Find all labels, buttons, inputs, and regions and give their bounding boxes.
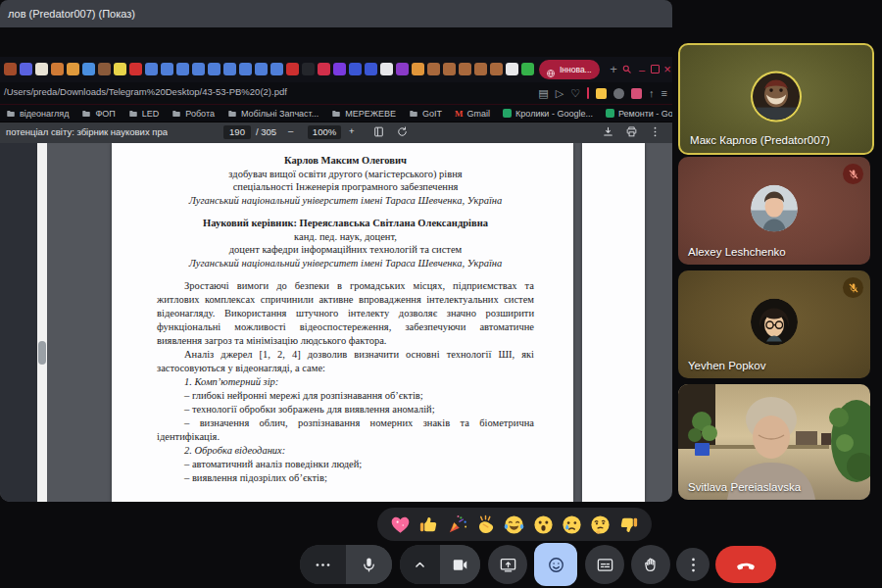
tab-favicon[interactable] [459,63,471,75]
tab-favicon[interactable] [4,63,17,75]
bookmark-item[interactable]: LED [128,109,160,119]
active-tab[interactable]: Іннова... [539,60,600,79]
participant-tile[interactable]: Макс Карлов (Predator007) [678,43,874,155]
tab-favicon[interactable] [35,63,48,75]
party-popper-reaction[interactable] [446,514,468,536]
participant-tile[interactable]: Svitlava Pereiaslavska [678,384,870,500]
pinned-tabs [4,63,534,75]
surprised-face-reaction[interactable] [532,514,555,536]
tab-favicon[interactable] [318,63,330,75]
pdf-viewer[interactable]: Карлов Максим Олеговичздобувач вищої осв… [0,143,672,502]
tab-favicon[interactable] [161,63,173,75]
tab-favicon[interactable] [239,63,252,75]
tab-favicon[interactable] [255,63,268,75]
tab-favicon[interactable] [208,63,220,75]
fit-page-icon[interactable] [372,125,386,139]
video-options-and-cam-icon[interactable] [440,545,480,584]
present-screen-button[interactable] [488,545,527,584]
sparkling-heart-reaction[interactable] [389,514,412,536]
tab-favicon[interactable] [98,63,111,75]
tab-favicon[interactable] [192,63,205,75]
tab-favicon[interactable] [114,63,126,75]
minimize-button[interactable]: – [635,61,649,78]
audio-options-and-mic-icon[interactable] [346,545,392,584]
extension-icon[interactable] [596,88,607,99]
thumbs-up-reaction[interactable] [417,514,440,536]
tab-favicon[interactable] [270,63,283,75]
address-action-icon[interactable]: ↑ [649,85,655,101]
address-action-icon[interactable]: ▷ [556,85,564,101]
bookmark-item[interactable]: MGmail [455,109,490,119]
thumbs-down-reaction[interactable] [617,514,640,536]
tab-favicon[interactable] [396,63,409,75]
more-options-button[interactable] [676,548,710,581]
print-icon[interactable] [625,125,639,139]
tab-favicon[interactable] [443,63,456,75]
address-bar[interactable]: /Users/preda/Downloads/Telegram%20Deskto… [0,82,672,105]
tab-favicon[interactable] [521,63,534,75]
tab-favicon[interactable] [333,63,346,75]
tab-favicon[interactable] [286,63,299,75]
raise-hand-button[interactable] [631,545,670,584]
bookmark-item[interactable]: Мобільні Запчаст... [227,109,318,119]
zoom-out-button[interactable]: – [288,125,293,136]
zoom-in-button[interactable]: + [349,125,355,136]
tab-favicon[interactable] [20,63,32,75]
panel-scrollbar-thumb[interactable] [38,341,46,365]
tab-favicon[interactable] [82,63,95,75]
extension-icon[interactable] [613,88,624,99]
close-button[interactable]: × [661,61,672,78]
thinking-face-reaction[interactable] [589,514,612,536]
tab-favicon[interactable] [506,63,518,75]
video-options-and-cam-button[interactable] [400,545,480,584]
participant-tile[interactable]: Alexey Leshchenko [678,157,870,265]
address-action-icon[interactable]: ♡ [570,85,580,101]
clapping-hands-reaction[interactable] [474,514,497,536]
rotate-icon[interactable] [396,125,410,139]
end-call-button[interactable] [715,546,776,583]
face-tears-of-joy-reaction[interactable] [503,514,525,536]
extension-icon[interactable] [631,88,642,99]
download-icon[interactable] [602,125,615,139]
bookmark-item[interactable]: МЕРЕЖЕВЕ [331,109,396,119]
bookmark-item[interactable]: Кролики - Google... [503,109,593,119]
crying-face-reaction[interactable] [561,514,583,536]
pdf-menu-icon[interactable] [649,125,662,139]
tab-favicon[interactable] [145,63,158,75]
options-audio-options-and-mic-icon[interactable] [300,545,346,584]
bookmark-item[interactable]: Ремонти - Google... [606,109,672,119]
bookmark-item[interactable]: GoIT [409,109,442,119]
address-separator [587,87,589,99]
shared-screen-tile[interactable]: лов (Predator007) (Показ) Іннова... + – … [0,0,672,502]
zoom-level[interactable]: 100% [308,125,341,139]
tab-favicon[interactable] [302,63,315,75]
tab-favicon[interactable] [223,63,236,75]
panel-scrollbar[interactable] [37,143,47,502]
tab-favicon[interactable] [365,63,377,75]
tab-favicon[interactable] [427,63,440,75]
tab-favicon[interactable] [380,63,393,75]
reactions-bar [377,508,652,541]
tab-favicon[interactable] [490,63,503,75]
address-action-icon[interactable]: ▤ [538,85,548,101]
bookmark-item[interactable]: Робота [172,109,215,119]
bookmark-item[interactable]: відеонагляд [6,109,69,119]
tab-favicon[interactable] [349,63,362,75]
address-action-icon[interactable]: ≡ [662,85,667,101]
browser-search-icon[interactable] [619,61,633,78]
presenter-label: лов (Predator007) (Показ) [0,0,672,27]
audio-options-and-mic-button[interactable] [300,545,392,584]
page-number-input[interactable]: 190 [223,125,251,139]
tab-favicon[interactable] [51,63,64,75]
options-video-options-and-cam-icon[interactable] [400,545,440,584]
reactions-button[interactable] [534,543,577,586]
tab-favicon[interactable] [67,63,79,75]
maximize-button[interactable] [648,61,662,78]
bookmark-item[interactable]: ФОП [81,109,115,119]
captions-button[interactable] [585,545,624,584]
tab-favicon[interactable] [474,63,487,75]
tab-favicon[interactable] [129,63,142,75]
participant-tile[interactable]: Yevhen Popkov [678,270,870,378]
tab-favicon[interactable] [412,63,424,75]
tab-favicon[interactable] [176,63,189,75]
